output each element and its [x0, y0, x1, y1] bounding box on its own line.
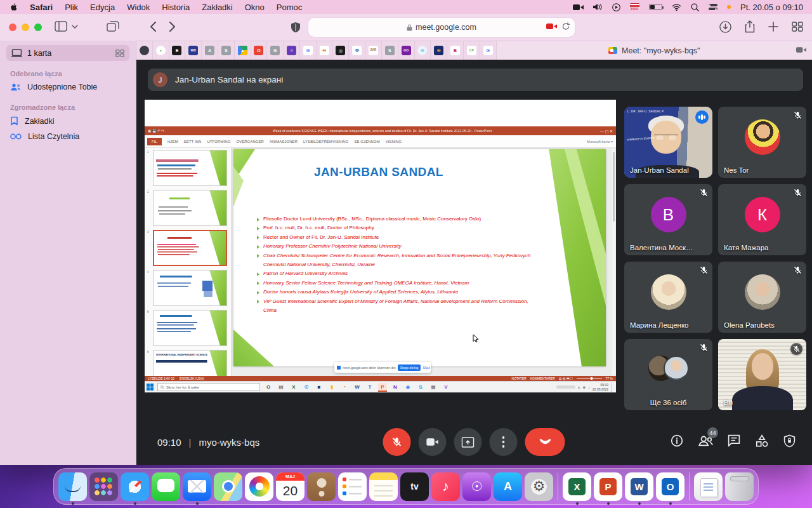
dock-item[interactable]: ♪ [431, 472, 460, 501]
menubar-item[interactable]: Plik [65, 3, 78, 12]
dock-item[interactable] [152, 472, 180, 501]
taskbar-app-icon[interactable]: X [289, 383, 298, 392]
dock-item[interactable]: X [563, 472, 591, 501]
menubar-item[interactable]: Pomoc [277, 3, 302, 12]
host-controls-button[interactable] [783, 434, 796, 450]
pinned-tab[interactable]: G [480, 41, 497, 60]
participant-tile[interactable]: К Катя Мажара [718, 184, 806, 255]
ribbon-tab[interactable]: OVERGANGER [236, 140, 264, 144]
pinned-tab[interactable]: S [382, 41, 398, 60]
sidebar-item-reading-list[interactable]: Lista Czytelnia [0, 129, 136, 144]
ribbon-tab[interactable]: HJEM [167, 140, 178, 144]
dock-item[interactable] [369, 472, 398, 501]
pinned-tab[interactable]: G [267, 41, 284, 60]
ribbon-tab[interactable]: SE GJENNOM [354, 140, 379, 144]
participant-tile[interactable]: В Валентина Моск… [624, 184, 712, 255]
dock-item[interactable] [214, 472, 242, 501]
pinned-tab[interactable]: B [447, 41, 464, 60]
menubar-clock[interactable]: Pt. 20.05 o 09:10 [740, 3, 803, 12]
ribbon-tab[interactable]: LYSBILDEFREMVISNING [303, 140, 348, 144]
participants-button[interactable]: 44 [698, 435, 713, 449]
dock-item[interactable] [245, 472, 273, 501]
camera-in-use-icon[interactable] [546, 23, 557, 30]
sidebar-item-bookmarks[interactable]: Zakładki [0, 113, 136, 129]
windows-start-button[interactable] [147, 384, 154, 391]
taskbar-app-icon[interactable]: ◉ [403, 383, 412, 392]
dock-item[interactable] [338, 472, 367, 501]
spotlight-search-icon[interactable] [691, 3, 699, 11]
notes-button[interactable]: NOTATER [512, 377, 527, 380]
forward-button[interactable] [169, 21, 176, 32]
shared-screen[interactable]: ▣ 💾 ↶ ↷ Week of exellence SCIENCE WEEK: … [145, 100, 616, 392]
language-label[interactable]: ENGELSK (USA) [180, 377, 204, 380]
meeting-details-button[interactable] [671, 434, 683, 450]
tray-chevron-icon[interactable]: ∧ [578, 385, 580, 389]
dock-item[interactable]: tv [400, 472, 429, 501]
participant-tile[interactable]: Марина Лещенко [624, 262, 712, 333]
ribbon-tab[interactable]: UTFORMING [207, 140, 230, 144]
ribbon-tab[interactable]: ANIMASJONER [270, 140, 298, 144]
zoom-level[interactable]: 77 % [606, 377, 613, 380]
ribbon-tab[interactable]: VISNING [386, 140, 402, 144]
pinned-tab[interactable]: S [218, 41, 235, 60]
pinned-tab[interactable]: ▲ [235, 41, 251, 60]
dock-item[interactable] [725, 472, 754, 501]
grid-icon[interactable] [115, 49, 124, 58]
more-options-button[interactable] [490, 428, 518, 456]
dock-item[interactable]: W [625, 472, 653, 501]
dock-item[interactable] [58, 472, 87, 501]
canvas-scrollbar[interactable] [612, 149, 615, 375]
pinned-tab[interactable]: GO [398, 41, 415, 60]
dock-item[interactable]: A [494, 472, 522, 501]
dock-item[interactable]: O [656, 472, 684, 501]
mic-toggle-button[interactable] [383, 428, 411, 456]
participant-tile[interactable]: Ще 36 осіб [624, 339, 712, 410]
pinned-tab[interactable]: ❋ [415, 41, 431, 60]
slide-thumbnail[interactable]: 6 INTERNATIONAL INDEPENDENT SCIENCE [147, 350, 227, 376]
menubar-item[interactable]: Zakładki [202, 3, 232, 12]
dock-item[interactable] [307, 472, 336, 501]
hide-popup-button[interactable]: Skjul [422, 366, 429, 370]
tray-widget[interactable] [556, 385, 575, 389]
window-controls[interactable]: — ▢ ✕ [600, 129, 613, 133]
pinned-tab[interactable]: SAR [365, 41, 382, 60]
taskbar-app-icon[interactable]: S [416, 383, 425, 392]
apple-logo-icon[interactable] [9, 2, 18, 12]
tray-network-icon[interactable]: ⊕ [583, 385, 586, 389]
pinned-tab[interactable] [136, 41, 153, 60]
participant-tile[interactable]: Olena Parubets [718, 262, 806, 333]
window-traffic-lights[interactable] [9, 23, 42, 31]
participant-tile[interactable]: Nes Tor [718, 107, 806, 178]
slide-thumbnail[interactable]: 5 [147, 310, 227, 346]
slide-thumbnail-panel[interactable]: 1 2 3 4 5 6 INTERNATIONAL I [145, 148, 232, 376]
battery-icon[interactable] [649, 4, 662, 10]
minimize-window-button[interactable] [22, 23, 29, 31]
taskbar-app-icon[interactable]: ■ [315, 383, 324, 392]
slide-thumbnail[interactable]: 2 [147, 190, 227, 226]
chevron-down-icon[interactable] [72, 25, 78, 29]
back-button[interactable] [150, 21, 157, 32]
taskbar-app-icon[interactable]: ◔ [340, 383, 349, 392]
address-bar[interactable]: meet.google.com [308, 18, 575, 37]
slide-thumbnail[interactable]: 4 [147, 270, 227, 306]
taskbar-app-icon[interactable]: T [365, 383, 374, 392]
new-tab-icon[interactable] [768, 22, 778, 32]
taskbar-app-icon[interactable]: ▤ [277, 383, 285, 392]
ribbon-tab[interactable]: SETT INN [184, 140, 202, 144]
pinned-tab[interactable]: ◎ [333, 41, 350, 60]
taskbar-app-icon[interactable]: O [264, 383, 273, 392]
control-center-icon[interactable] [709, 4, 717, 11]
view-buttons[interactable]: ▤ ▥ ⬒ ⛶ [559, 377, 573, 381]
sidebar-tabs-pill[interactable]: 1 karta [6, 45, 129, 61]
show-desktop-button[interactable] [611, 383, 613, 392]
active-tab[interactable]: Meet: "myo-wyks-bqs" [497, 41, 812, 60]
dock-item[interactable] [694, 472, 723, 501]
pinned-tab[interactable]: • [153, 41, 169, 60]
pinned-tab[interactable]: ✠ [431, 41, 447, 60]
menubar-item[interactable]: Edycja [90, 3, 115, 12]
activities-button[interactable] [755, 434, 769, 450]
dock-item[interactable]: MAJ 20 [276, 472, 304, 501]
menubar-item[interactable]: Widok [127, 3, 150, 12]
leave-call-button[interactable] [525, 428, 565, 456]
keyboard-flag-icon[interactable]: PRO [630, 3, 639, 11]
